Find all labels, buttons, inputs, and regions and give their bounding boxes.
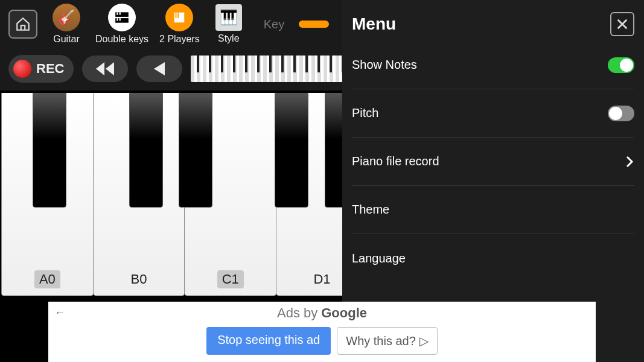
menu-item-pitch[interactable]: Pitch — [352, 89, 634, 138]
ad-stop-button[interactable]: Stop seeing this ad — [206, 327, 331, 355]
menu-item-theme[interactable]: Theme — [352, 186, 634, 234]
note-label: A0 — [34, 270, 60, 288]
rewind-icon — [96, 62, 114, 75]
tool-label: Style — [218, 33, 240, 44]
close-icon — [616, 17, 629, 31]
menu-item-label: Theme — [352, 203, 389, 217]
menu-item-language[interactable]: Language — [352, 234, 634, 282]
black-key-Gb1[interactable] — [275, 93, 308, 208]
close-button[interactable] — [610, 12, 634, 36]
svg-rect-4 — [116, 18, 118, 21]
svg-rect-3 — [120, 12, 121, 14]
menu-title: Menu — [352, 14, 396, 34]
record-label: REC — [36, 61, 64, 77]
guitar-icon: 🎸 — [53, 4, 80, 31]
svg-rect-2 — [116, 12, 118, 14]
style-icon: 🎹 — [215, 4, 242, 31]
menu-item-label: Show Notes — [352, 58, 417, 72]
zoom-slider[interactable] — [299, 21, 329, 28]
ad-brand: Google — [321, 305, 367, 321]
ad-header-text: Ads by — [277, 305, 317, 321]
tool-label: 2 Players — [159, 34, 200, 45]
tool-label: Double keys — [95, 34, 148, 45]
ad-why-button[interactable]: Why this ad? ▷ — [337, 327, 438, 355]
black-key-Eb1[interactable] — [179, 93, 212, 208]
black-key-Bb0[interactable] — [33, 93, 66, 208]
svg-rect-8 — [178, 13, 179, 18]
record-icon — [13, 60, 31, 78]
menu-item-show-notes[interactable]: Show Notes — [352, 41, 634, 89]
two-players-icon — [165, 4, 193, 31]
menu-item-label: Language — [352, 252, 406, 265]
record-button[interactable]: REC — [8, 55, 74, 83]
svg-marker-9 — [96, 62, 104, 75]
ad-why-label: Why this ad? — [346, 334, 416, 348]
ad-back-button[interactable]: ← — [54, 306, 65, 319]
menu-item-label: Piano file record — [352, 154, 439, 168]
tool-label: Guitar — [53, 34, 80, 45]
toggle-pitch[interactable] — [608, 106, 634, 121]
note-label: D1 — [308, 270, 335, 288]
menu-item-label: Pitch — [352, 106, 378, 120]
note-label: B0 — [126, 270, 152, 288]
home-button[interactable] — [8, 10, 37, 39]
svg-rect-7 — [176, 13, 177, 18]
tool-guitar[interactable]: 🎸 Guitar — [48, 4, 84, 45]
back-button[interactable] — [136, 56, 182, 82]
rewind-button[interactable] — [82, 56, 128, 82]
tool-style[interactable]: 🎹 Style — [211, 4, 247, 44]
double-keys-icon — [108, 4, 136, 31]
chevron-right-icon — [625, 154, 634, 169]
svg-rect-5 — [120, 18, 121, 21]
adchoices-icon: ▷ — [419, 334, 429, 348]
tool-double-keys[interactable]: Double keys — [95, 4, 148, 45]
svg-marker-10 — [106, 62, 114, 75]
toggle-show-notes[interactable] — [608, 57, 634, 73]
home-icon — [15, 16, 31, 32]
tool-2players[interactable]: 2 Players — [159, 4, 200, 45]
play-left-icon — [154, 62, 165, 75]
note-label: C1 — [217, 270, 244, 288]
ad-banner: ← Ads by Google Stop seeing this ad Why … — [48, 302, 596, 362]
svg-marker-11 — [154, 62, 165, 75]
black-key-Db1[interactable] — [129, 93, 163, 208]
key-label: Key — [264, 17, 284, 31]
menu-item-piano-file-record[interactable]: Piano file record — [352, 138, 634, 186]
ad-header: Ads by Google — [277, 305, 367, 321]
